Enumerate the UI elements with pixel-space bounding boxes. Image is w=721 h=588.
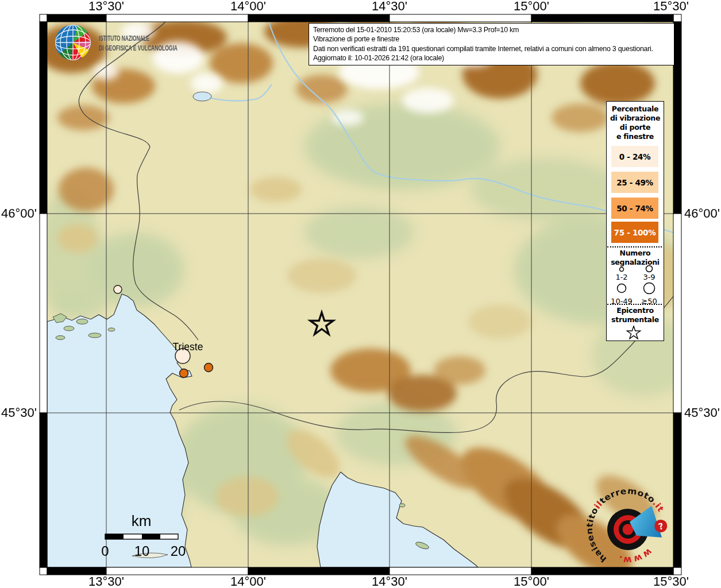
legend-title-line: strumentale — [607, 315, 664, 324]
scale-tick-10: 10 — [134, 543, 150, 559]
legend-percent-title: Percentuale di vibrazione di porte e fin… — [607, 105, 664, 141]
event-info-line2: Vibrazione di porte e finestre — [313, 34, 670, 44]
report-dot — [205, 363, 213, 372]
axis-top-3: 14°30' — [372, 0, 407, 13]
haisentitoilterremoto-logo: ? haisentitoilterremoto.it www. — [587, 486, 673, 572]
legend-title-line: e finestre — [607, 132, 664, 141]
count-label-1-2: 1-2 — [615, 273, 627, 281]
axis-top-4: 15°00' — [514, 0, 549, 13]
count-size-key: 1-2 3-9 10-49 ≥50 — [607, 264, 664, 306]
legend-swatch-25-49: 25 - 49% — [611, 172, 658, 193]
scale-tick-20: 20 — [171, 543, 186, 559]
legend-star-icon — [627, 326, 640, 339]
ingv-name-line1: ISTITUTO NAZIONALE — [99, 34, 149, 42]
event-info-line3: Dati non verificati estratti da 191 ques… — [313, 44, 670, 53]
count-circle-50plus — [644, 283, 655, 294]
legend-separator — [607, 304, 662, 305]
axis-right-1: 46°00' — [684, 206, 720, 220]
axis-bottom-2: 14°00' — [230, 574, 266, 588]
scale-bar-segment — [105, 534, 124, 539]
count-circle-1-2 — [620, 268, 624, 272]
axis-left-1: 46°00' — [1, 206, 37, 220]
shakemap-page: 13°30' 14°00' 14°30' 15°00' 15°30' 13°30… — [0, 0, 721, 588]
legend-title-line: di porte — [607, 123, 664, 132]
legend-swatch-label: 75 - 100% — [614, 228, 656, 237]
scale-bar-segment — [142, 534, 160, 539]
legend-title-line: di vibrazione — [607, 114, 664, 123]
legend-swatch-75-100: 75 - 100% — [611, 222, 658, 243]
report-dot — [114, 285, 122, 293]
event-info-line1: Terremoto del 15-01-2010 15:20:53 (ora l… — [313, 25, 670, 34]
axis-left-2: 45°30' — [1, 405, 37, 420]
legend-separator — [607, 246, 662, 247]
axis-bottom-3: 14°30' — [372, 574, 407, 588]
legend-swatch-0-24: 0 - 24% — [611, 146, 658, 167]
city-label-trieste: Trieste — [173, 341, 203, 353]
legend-epicenter-key — [607, 326, 664, 341]
report-dot — [180, 369, 188, 378]
legend-swatch-50-74: 50 - 74% — [611, 198, 658, 219]
scale-unit-label: km — [132, 512, 152, 529]
axis-bottom-5: 15°30' — [653, 574, 689, 588]
axis-top-5: 15°30' — [653, 0, 689, 13]
axis-top-2: 14°00' — [230, 0, 266, 13]
event-info-line4: Aggiornato il: 10-01-2026 21:42 (ora loc… — [313, 53, 670, 63]
count-label-3-9: 3-9 — [643, 273, 655, 281]
legend-box: Percentuale di vibrazione di porte e fin… — [606, 101, 664, 341]
event-info-box: Terremoto del 15-01-2010 15:20:53 (ora l… — [309, 23, 674, 65]
scale-tick-0: 0 — [101, 543, 109, 559]
axis-right-2: 45°30' — [684, 405, 720, 420]
legend-title-line: Numero — [607, 249, 664, 258]
axis-bottom-1: 13°30' — [88, 574, 124, 588]
ingv-name-line2: DI GEOFISICA E VULCANOLOGIA — [99, 44, 178, 52]
axis-bottom-4: 15°00' — [514, 574, 549, 588]
count-circle-10-49 — [618, 284, 626, 293]
legend-swatch-label: 0 - 24% — [619, 152, 651, 161]
axis-top-1: 13°30' — [88, 0, 124, 13]
legend-title-line: Epicentro — [607, 306, 664, 315]
count-circle-3-9 — [646, 266, 653, 272]
legend-swatch-label: 50 - 74% — [616, 204, 653, 213]
legend-epicenter-title: Epicentro strumentale — [607, 306, 664, 324]
alpine-lake — [193, 92, 211, 101]
legend-title-line: Percentuale — [607, 105, 664, 114]
legend-swatch-label: 25 - 49% — [616, 178, 653, 187]
